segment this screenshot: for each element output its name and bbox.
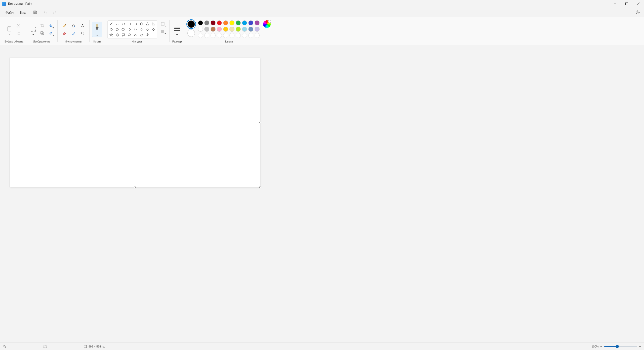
- shape-fill-button[interactable]: [159, 28, 167, 35]
- pencil-tool[interactable]: [60, 22, 69, 29]
- color-swatch[interactable]: [217, 20, 222, 25]
- resize-handle-s[interactable]: [134, 187, 136, 188]
- color-swatch[interactable]: [211, 20, 216, 25]
- menu-file[interactable]: Файл: [3, 9, 17, 16]
- shape-arrow-left[interactable]: [133, 27, 138, 32]
- zoom-slider[interactable]: [604, 346, 637, 347]
- shape-rect[interactable]: [127, 21, 132, 26]
- color-swatch[interactable]: [211, 27, 216, 32]
- color-swatch[interactable]: [198, 27, 203, 32]
- color-swatch[interactable]: [204, 27, 209, 32]
- shape-callout-rect[interactable]: [120, 32, 126, 37]
- custom-color-slot[interactable]: [236, 33, 241, 38]
- resize-handle-e[interactable]: [259, 122, 261, 123]
- magnifier-tool[interactable]: [78, 30, 87, 37]
- custom-color-slot[interactable]: [223, 33, 228, 38]
- shape-lightning[interactable]: [145, 32, 150, 37]
- shape-right-triangle[interactable]: [151, 21, 156, 26]
- redo-button[interactable]: [51, 9, 59, 16]
- color-swatch[interactable]: [229, 27, 234, 32]
- color-swatch[interactable]: [217, 27, 222, 32]
- shape-polygon[interactable]: [139, 21, 144, 26]
- shape-callout-oval[interactable]: [127, 32, 132, 37]
- rotate-button[interactable]: [47, 22, 55, 29]
- paste-button[interactable]: [5, 22, 14, 36]
- flip-button[interactable]: [47, 30, 55, 36]
- color-swatch[interactable]: [223, 20, 228, 25]
- shape-arrow-right[interactable]: [127, 27, 132, 32]
- text-tool[interactable]: [78, 22, 87, 29]
- shape-arrow-down[interactable]: [145, 27, 150, 32]
- custom-color-slot[interactable]: [229, 33, 234, 38]
- resize-button[interactable]: [38, 30, 46, 36]
- resize-handle-se[interactable]: [259, 187, 261, 188]
- custom-color-slot[interactable]: [242, 33, 247, 38]
- color-swatch[interactable]: [236, 27, 241, 32]
- shape-pentagon[interactable]: [114, 27, 120, 32]
- color-swatch[interactable]: [198, 20, 203, 25]
- color-swatch[interactable]: [242, 27, 247, 32]
- paint-app-icon: [2, 2, 6, 6]
- custom-color-slot[interactable]: [248, 33, 253, 38]
- color-swatch[interactable]: [204, 20, 209, 25]
- shape-round-rect[interactable]: [133, 21, 138, 26]
- crop-button[interactable]: [38, 22, 46, 29]
- color-swatch[interactable]: [229, 20, 234, 25]
- canvas[interactable]: [10, 58, 260, 187]
- select-button[interactable]: [29, 22, 38, 36]
- shape-curve[interactable]: [114, 21, 120, 26]
- svg-point-6: [637, 12, 638, 13]
- minimize-button[interactable]: [609, 0, 621, 8]
- save-button[interactable]: [31, 9, 39, 16]
- svg-point-16: [74, 32, 75, 33]
- shape-diamond[interactable]: [108, 27, 114, 32]
- custom-color-slot[interactable]: [217, 33, 222, 38]
- color-swatch[interactable]: [248, 20, 253, 25]
- maximize-button[interactable]: [621, 0, 632, 8]
- shapes-gallery[interactable]: [107, 20, 157, 38]
- custom-color-slot[interactable]: [204, 33, 209, 38]
- menu-view[interactable]: Вид: [17, 9, 29, 16]
- color-swatch[interactable]: [223, 27, 228, 32]
- size-button[interactable]: [172, 22, 182, 37]
- color-swatch[interactable]: [248, 27, 253, 32]
- brush-button[interactable]: [92, 22, 102, 37]
- group-shapes: Фигуры: [105, 19, 169, 44]
- shape-oval[interactable]: [120, 21, 126, 26]
- svg-rect-5: [34, 13, 36, 14]
- shape-line[interactable]: [108, 21, 114, 26]
- fill-tool[interactable]: [69, 22, 78, 29]
- shape-star4[interactable]: [151, 27, 156, 32]
- color-picker-tool[interactable]: [69, 30, 78, 37]
- color-swatch[interactable]: [242, 20, 247, 25]
- color-swatch[interactable]: [236, 20, 241, 25]
- shape-star6[interactable]: [114, 32, 120, 37]
- custom-color-slot[interactable]: [211, 33, 216, 38]
- shape-callout-cloud[interactable]: [133, 32, 138, 37]
- color-2[interactable]: [187, 29, 195, 37]
- titlebar: Без имени - Paint: [0, 0, 644, 8]
- color-swatch[interactable]: [255, 27, 260, 32]
- zoom-in-button[interactable]: +: [639, 344, 641, 348]
- cut-button[interactable]: [15, 22, 22, 29]
- custom-color-slot[interactable]: [255, 33, 260, 38]
- close-button[interactable]: [632, 0, 644, 8]
- svg-point-20: [122, 23, 125, 25]
- shape-hexagon[interactable]: [120, 27, 126, 32]
- shape-arrow-up[interactable]: [139, 27, 144, 32]
- settings-button[interactable]: [634, 9, 641, 16]
- zoom-out-button[interactable]: −: [600, 344, 602, 348]
- shape-heart[interactable]: [139, 32, 144, 37]
- color-palette: [198, 20, 260, 38]
- shape-triangle[interactable]: [145, 21, 150, 26]
- shape-outline-button[interactable]: [159, 21, 167, 27]
- canvas-area[interactable]: [0, 45, 644, 342]
- custom-color-slot[interactable]: [198, 33, 203, 38]
- color-1[interactable]: [187, 20, 195, 28]
- color-swatch[interactable]: [255, 20, 260, 25]
- shape-star5[interactable]: [108, 32, 114, 37]
- undo-button[interactable]: [42, 9, 50, 16]
- copy-button[interactable]: [15, 30, 22, 36]
- eraser-tool[interactable]: [60, 30, 69, 37]
- edit-colors-button[interactable]: [263, 20, 271, 28]
